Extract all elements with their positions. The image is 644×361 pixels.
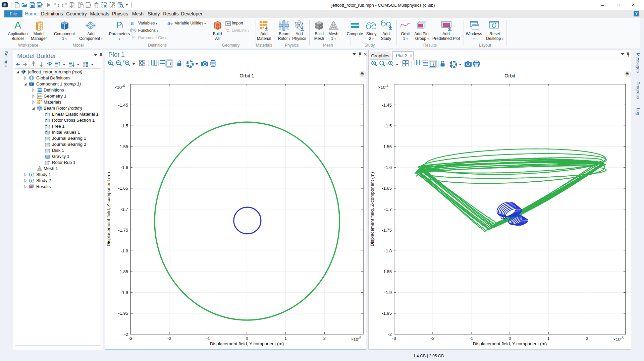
svg-text:-1.55: -1.55 <box>118 144 128 149</box>
svg-text:-2: -2 <box>167 336 171 341</box>
svg-text:-1.85: -1.85 <box>118 269 128 274</box>
svg-text:-1.8: -1.8 <box>121 248 128 253</box>
svg-text:-1.5: -1.5 <box>384 123 392 128</box>
svg-text:-2: -2 <box>431 336 435 341</box>
svg-text:-1: -1 <box>206 336 210 341</box>
svg-text:1: 1 <box>547 336 549 341</box>
svg-text:Orbit 1: Orbit 1 <box>239 73 254 78</box>
svg-text:0: 0 <box>246 336 248 341</box>
svg-text:-2: -2 <box>124 332 128 337</box>
svg-text:-1.7: -1.7 <box>121 207 128 212</box>
svg-text:-1.95: -1.95 <box>382 311 392 316</box>
svg-text:×10-4: ×10-4 <box>378 84 388 90</box>
svg-text:-1.65: -1.65 <box>382 186 392 191</box>
svg-text:0: 0 <box>508 336 511 341</box>
svg-text:Displacement field, Y-componen: Displacement field, Y-component (m) <box>473 341 547 346</box>
svg-text:2: 2 <box>586 336 588 341</box>
svg-text:-1.45: -1.45 <box>118 103 128 108</box>
svg-text:-1.9: -1.9 <box>121 290 128 295</box>
svg-text:Displacement field, Z-componen: Displacement field, Z-component (m) <box>106 172 111 246</box>
svg-text:-1.75: -1.75 <box>118 228 128 233</box>
svg-text:-1.8: -1.8 <box>384 248 392 253</box>
svg-text:-1.75: -1.75 <box>382 228 392 233</box>
svg-text:Orbit: Orbit <box>504 73 515 78</box>
svg-text:-1.6: -1.6 <box>121 165 128 170</box>
svg-text:-1.9: -1.9 <box>384 290 392 295</box>
svg-text:-1.5: -1.5 <box>121 123 128 128</box>
svg-text:Displacement field, Y-componen: Displacement field, Y-component (m) <box>210 341 284 346</box>
svg-text:-3: -3 <box>392 336 396 341</box>
svg-text:Displacement field, Z-componen: Displacement field, Z-component (m) <box>370 172 375 246</box>
svg-text:-1.6: -1.6 <box>384 165 392 170</box>
svg-text:×10-5: ×10-5 <box>613 336 624 342</box>
svg-text:1: 1 <box>284 336 287 341</box>
svg-text:-1.55: -1.55 <box>382 144 392 149</box>
svg-text:-1.85: -1.85 <box>382 269 392 274</box>
svg-text:-1.95: -1.95 <box>118 311 128 316</box>
svg-text:2: 2 <box>323 336 326 341</box>
svg-text:×10-5: ×10-5 <box>351 336 361 342</box>
svg-text:-1: -1 <box>469 336 473 341</box>
svg-text:-1.45: -1.45 <box>382 103 392 108</box>
svg-text:×10-4: ×10-4 <box>114 84 125 90</box>
svg-text:-3: -3 <box>128 336 132 341</box>
svg-text:-1.65: -1.65 <box>118 186 128 191</box>
svg-text:-2: -2 <box>388 332 392 337</box>
svg-text:-1.7: -1.7 <box>384 207 392 212</box>
